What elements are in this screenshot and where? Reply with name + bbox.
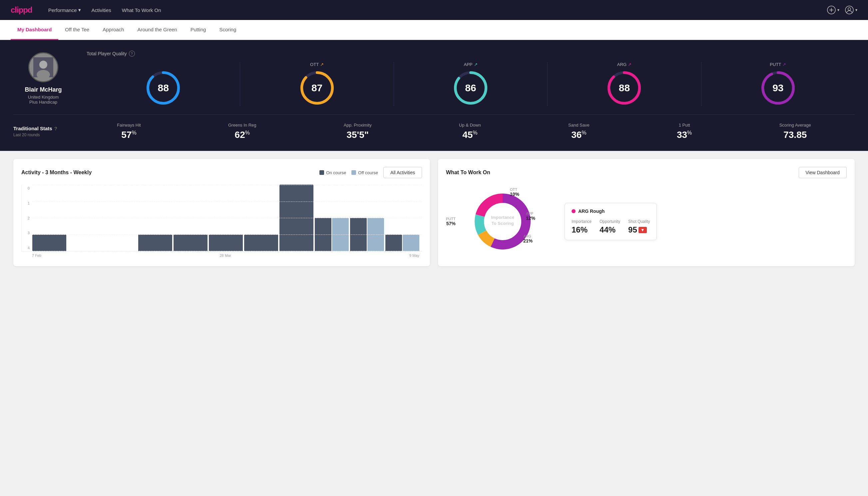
bar-group-9 <box>350 218 384 251</box>
chart-legend: On course Off course <box>319 170 378 175</box>
legend-dot-offcourse <box>351 170 356 175</box>
hero-section: Blair McHarg United Kingdom Plus Handica… <box>0 40 868 151</box>
activity-panel-header: Activity - 3 Months - Weekly On course O… <box>21 167 422 178</box>
donut-svg-wrapper: Importance To Scoring <box>473 185 533 260</box>
bar-group-5 <box>209 234 243 251</box>
score-card-arg: ARG ↗ 88 <box>548 62 701 106</box>
bar-oncourse <box>244 234 278 251</box>
chart-x-labels: 7 Feb 28 Mar 9 May <box>21 251 422 258</box>
wtw-panel: What To Work On View Dashboard PUTT 57% <box>438 159 855 266</box>
arg-score: 88 <box>619 82 630 94</box>
tab-scoring[interactable]: Scoring <box>212 20 243 40</box>
view-dashboard-button[interactable]: View Dashboard <box>799 167 847 178</box>
nav-performance[interactable]: Performance ▾ <box>48 7 81 13</box>
score-cards: TPQ 88 OTT ↗ <box>86 62 855 106</box>
info-card: ARG Rough Importance 16% Opportunity 44%… <box>565 203 657 240</box>
svg-point-6 <box>39 61 47 68</box>
bar-group-6 <box>244 234 278 251</box>
tab-bar: My Dashboard Off the Tee Approach Around… <box>0 20 868 40</box>
bar-group-10 <box>385 234 419 251</box>
player-name: Blair McHarg <box>25 86 62 93</box>
stat-greens-in-reg: Greens In Reg 62% <box>228 123 256 140</box>
putt-score: 93 <box>772 82 784 94</box>
bar-oncourse <box>209 234 243 251</box>
wtw-title: What To Work On <box>446 170 490 175</box>
ts-help-icon[interactable]: ? <box>54 126 57 131</box>
activity-panel: Activity - 3 Months - Weekly On course O… <box>13 159 430 266</box>
info-card-dot <box>571 209 575 213</box>
chevron-down-icon: ▾ <box>837 7 839 12</box>
all-activities-button[interactable]: All Activities <box>383 167 422 178</box>
ts-sublabel: Last 20 rounds <box>13 133 73 137</box>
stat-items: Fairways Hit 57% Greens In Reg 62% App. … <box>73 123 855 140</box>
score-card-ott: OTT ↗ 87 <box>240 62 394 106</box>
ts-label: Traditional Stats ? <box>13 126 73 131</box>
legend-offcourse: Off course <box>351 170 378 175</box>
shot-quality-badge: ▼ <box>638 227 647 233</box>
top-nav: clippd Performance ▾ Activities What To … <box>0 0 868 20</box>
player-handicap: Plus Handicap <box>29 99 57 105</box>
ts-label-col: Traditional Stats ? Last 20 rounds <box>13 126 73 137</box>
panels: Activity - 3 Months - Weekly On course O… <box>0 151 868 274</box>
bar-oncourse <box>138 234 172 251</box>
bar-group-7 <box>280 185 313 251</box>
circle-putt: 93 <box>760 69 796 106</box>
avatar <box>28 52 58 82</box>
metric-importance: Importance 16% <box>571 219 591 234</box>
bar-group-4 <box>174 234 207 251</box>
legend-dot-oncourse <box>319 170 324 175</box>
bar-group-2 <box>103 250 137 251</box>
stat-app-proximity: App. Proximity 35'5" <box>344 123 372 140</box>
donut-chart-area: PUTT 57% <box>446 185 559 258</box>
stat-1-putt: 1 Putt 33% <box>677 123 692 140</box>
stat-up-down: Up & Down 45% <box>459 123 481 140</box>
chevron-down-icon: ▾ <box>855 7 857 12</box>
chevron-down-icon: ▾ <box>78 7 81 13</box>
bar-group-0 <box>32 234 66 251</box>
legend-oncourse: On course <box>319 170 346 175</box>
stat-scoring-average: Scoring Average 73.85 <box>779 123 811 140</box>
info-card-metrics: Importance 16% Opportunity 44% Shot Qual… <box>571 219 650 234</box>
bar-oncourse <box>174 234 207 251</box>
help-icon[interactable]: ? <box>129 51 135 57</box>
user-menu-button[interactable]: ▾ <box>845 5 857 15</box>
app-logo: clippd <box>11 5 32 15</box>
donut-label-ott: OTT 10% <box>510 188 519 197</box>
info-card-title: ARG Rough <box>571 208 650 214</box>
total-score: 88 <box>158 82 169 94</box>
bar-oncourse <box>385 234 402 251</box>
nav-links: Performance ▾ Activities What To Work On <box>48 7 827 13</box>
nav-activities[interactable]: Activities <box>92 7 111 13</box>
circle-total: 88 <box>145 69 182 106</box>
donut-label-arg: ARG 21% <box>523 234 533 244</box>
arrow-up-icon: ↗ <box>474 62 478 67</box>
score-card-total: TPQ 88 <box>86 62 240 106</box>
tab-putting[interactable]: Putting <box>184 20 213 40</box>
ott-score: 87 <box>312 82 322 94</box>
score-label-arg: ARG ↗ <box>617 62 632 67</box>
arrow-up-icon: ↗ <box>783 62 786 67</box>
bar-offcourse <box>403 234 419 251</box>
bar-oncourse <box>280 185 313 251</box>
traditional-stats: Traditional Stats ? Last 20 rounds Fairw… <box>13 114 855 140</box>
tab-my-dashboard[interactable]: My Dashboard <box>11 20 58 40</box>
bar-group-8 <box>315 218 349 251</box>
hero-top: Blair McHarg United Kingdom Plus Handica… <box>13 51 855 106</box>
activity-chart-title: Activity - 3 Months - Weekly <box>21 170 92 175</box>
wtw-content: PUTT 57% <box>446 185 847 258</box>
bar-chart: 4 3 2 1 0 <box>21 185 422 258</box>
score-label-putt: PUTT ↗ <box>770 62 786 67</box>
tab-approach[interactable]: Approach <box>96 20 130 40</box>
player-info: Blair McHarg United Kingdom Plus Handica… <box>13 52 73 105</box>
score-label-ott: OTT ↗ <box>310 62 324 67</box>
stat-sand-save: Sand Save 36% <box>568 123 589 140</box>
tab-around-the-green[interactable]: Around the Green <box>130 20 184 40</box>
tpq-label: Total Player Quality ? <box>86 51 855 57</box>
player-country: United Kingdom <box>28 95 59 99</box>
nav-what-to-work-on[interactable]: What To Work On <box>122 7 161 13</box>
scores-container: Total Player Quality ? TPQ 88 <box>86 51 855 106</box>
tab-off-the-tee[interactable]: Off the Tee <box>58 20 96 40</box>
wtw-panel-header: What To Work On View Dashboard <box>446 167 847 178</box>
svg-text:Importance: Importance <box>491 215 514 220</box>
add-button[interactable]: ▾ <box>827 5 839 15</box>
